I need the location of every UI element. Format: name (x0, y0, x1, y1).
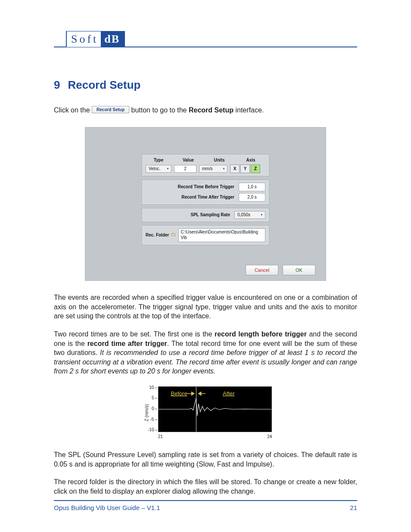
after-arrow-head (199, 392, 201, 395)
rec-folder-path[interactable]: C:\Users\Alex\Documents\Opus\Building Vi… (178, 228, 265, 242)
intro-bold: Record Setup (189, 106, 234, 114)
section-number: 9 (54, 78, 60, 91)
value-input[interactable]: 2 (174, 165, 196, 173)
rec-folder-group: Rec. Folder 🗀 C:\Users\Alex\Documents\Op… (142, 225, 269, 245)
ytick-0: 10– (149, 385, 157, 391)
chart-plot-area: Before After (158, 386, 272, 432)
brand-header: Soft dB (54, 31, 357, 47)
ytick-2: 0– (152, 406, 157, 412)
paragraph-4: The record folder is the directory in wh… (54, 477, 357, 496)
spl-rate-value: 0,050s (237, 212, 250, 218)
rt-before-label: Record Time Before Trigger (146, 184, 236, 190)
p2-bold2: record time after trigger (87, 340, 167, 347)
paragraph-3: The SPL (Sound Pressure Level) sampling … (54, 450, 357, 469)
footer-page-number: 21 (350, 504, 357, 512)
axis-y-button[interactable]: Y (240, 165, 250, 173)
chevron-down-icon: ▼ (222, 167, 225, 171)
intro-post: button to go to the (131, 106, 189, 114)
axis-x-button[interactable]: X (230, 165, 240, 173)
ytick-4: -10– (148, 427, 157, 433)
xtick-1: 24 (267, 434, 272, 440)
record-setup-panel: Type Value Units Axis Veloc. ▼ 2 mm/s ▼ (85, 127, 326, 281)
before-arrow-head (192, 392, 194, 395)
intro-tail: interface. (235, 106, 264, 114)
type-select[interactable]: Veloc. ▼ (146, 165, 171, 173)
record-time-group: Record Time Before Trigger 1,0 s Record … (142, 180, 269, 205)
intro-text: Click on the Record Setup button to go t… (54, 106, 357, 115)
rt-after-label: Record Time After Trigger (146, 194, 236, 200)
paragraph-2: Two record times are to be set. The firs… (54, 330, 357, 376)
page-footer: Opus Building Vib User Guide – V1.1 21 (54, 500, 357, 512)
p2-a: Two record times are to be set. The firs… (54, 330, 215, 338)
chart-svg: Before After (159, 387, 271, 432)
folder-icon[interactable]: 🗀 (171, 228, 177, 240)
header-axis: Axis (236, 157, 265, 163)
footer-title: Opus Building Vib User Guide – V1.1 (54, 504, 160, 512)
brand-rule-left (54, 47, 66, 47)
brand-word-db: dB (101, 32, 124, 47)
spl-rate-select[interactable]: 0,050s ▼ (234, 211, 265, 219)
header-value: Value (174, 157, 202, 163)
axis-z-button[interactable]: Z (251, 165, 260, 173)
brand-logo: Soft dB (66, 31, 125, 47)
ytick-3: -5– (150, 417, 157, 423)
signal-path (189, 398, 271, 416)
record-setup-button-image: Record Setup (92, 106, 129, 113)
brand-word-soft: Soft (67, 31, 101, 47)
spl-group: SPL Sampling Rate 0,050s ▼ (142, 208, 269, 222)
type-select-value: Veloc. (149, 166, 160, 172)
header-units: Units (205, 157, 234, 163)
ytick-1: 5– (152, 395, 157, 401)
before-after-chart: Z (mm/s) 10– 5– 0– -5– -10– Before After (137, 385, 274, 441)
annotation-before: Before (171, 390, 187, 397)
units-select-value: mm/s (202, 166, 212, 172)
p2-bold1: record length before trigger (215, 330, 307, 338)
chart-x-ticks: 21 24 (158, 434, 272, 440)
chevron-down-icon: ▼ (260, 213, 263, 217)
paragraph-1: The events are recorded when a specified… (54, 293, 357, 321)
chart-y-ticks: 10– 5– 0– -5– -10– (146, 385, 157, 433)
xtick-0: 21 (158, 434, 163, 440)
ok-button[interactable]: OK (283, 265, 315, 275)
section-heading: 9Record Setup (54, 78, 357, 93)
rec-folder-label: Rec. Folder (146, 232, 169, 238)
spl-label: SPL Sampling Rate (190, 212, 232, 218)
chevron-down-icon: ▼ (166, 167, 169, 171)
intro-pre: Click on the (54, 106, 92, 114)
units-select[interactable]: mm/s ▼ (199, 165, 227, 173)
annotation-after: After (223, 390, 235, 397)
trigger-group: Type Value Units Axis Veloc. ▼ 2 mm/s ▼ (142, 154, 269, 177)
section-title: Record Setup (68, 78, 140, 91)
cancel-button[interactable]: Cancel (246, 265, 278, 275)
axis-toggle-group: X Y Z (230, 165, 265, 173)
header-type: Type (146, 157, 171, 163)
rt-after-input[interactable]: 2,0 s (239, 193, 265, 202)
rt-before-input[interactable]: 1,0 s (239, 183, 265, 191)
brand-rule-right (125, 47, 357, 47)
